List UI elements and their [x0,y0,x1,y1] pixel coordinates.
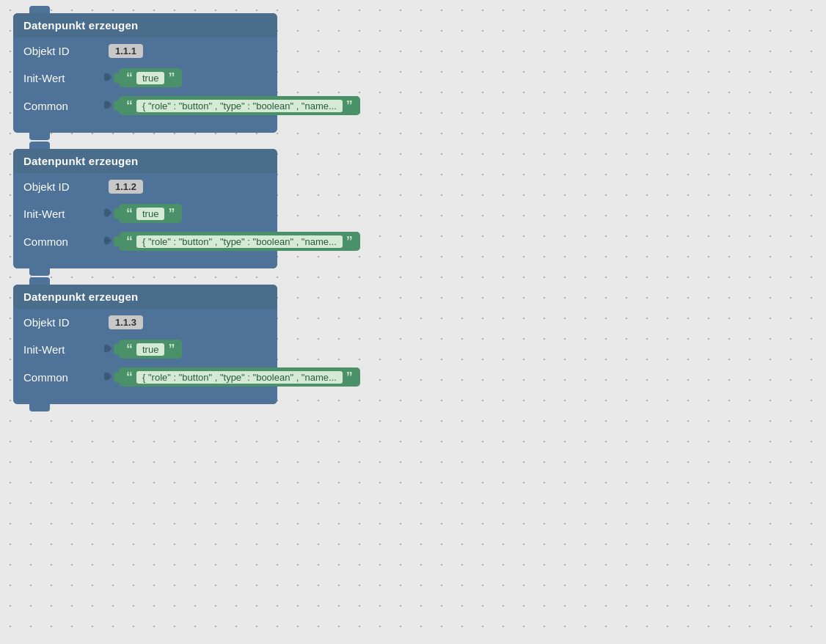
block-header: Datenpunkt erzeugen [13,149,277,173]
common-label: Common [23,235,104,248]
init-wert-row: Init-Wert“true” [13,335,277,363]
init-string-block[interactable]: “true” [119,68,182,87]
common-label: Common [23,100,104,112]
close-quote: ” [168,71,175,84]
close-quote: ” [168,207,175,220]
init-wert-label: Init-Wert [23,72,104,84]
close-quote: ” [346,235,353,248]
init-value: true [136,208,164,220]
open-quote: “ [126,235,133,248]
close-quote: ” [346,99,353,112]
block-footer [13,391,277,404]
open-quote: “ [126,370,133,384]
connector-arrow-icon [104,99,113,113]
object-id-row: Objekt ID1.1.2 [13,173,277,200]
init-string-block[interactable]: “true” [119,204,182,223]
object-id-row: Objekt ID1.1.1 [13,37,277,64]
open-quote: “ [126,207,133,220]
open-quote: “ [126,343,133,356]
object-id-label: Objekt ID [23,180,104,193]
common-row: Common“{ "role" : "button" , "type" : "b… [13,92,277,120]
common-value: { "role" : "button" , "type" : "boolean"… [136,371,343,384]
init-wert-row: Init-Wert“true” [13,64,277,92]
common-value: { "role" : "button" , "type" : "boolean"… [136,235,343,248]
init-value: true [136,72,164,84]
close-quote: ” [346,370,353,384]
object-id-badge: 1.1.3 [109,315,143,329]
common-value: { "role" : "button" , "type" : "boolean"… [136,100,343,112]
block-header: Datenpunkt erzeugen [13,13,277,37]
init-string-block[interactable]: “true” [119,340,182,359]
object-id-badge: 1.1.2 [109,180,143,194]
connector-arrow-icon [104,207,113,221]
block-footer [13,255,277,268]
init-value: true [136,343,164,356]
init-wert-row: Init-Wert“true” [13,200,277,227]
connector-arrow-icon [104,71,113,85]
common-string-block[interactable]: “{ "role" : "button" , "type" : "boolean… [119,96,360,115]
init-wert-label: Init-Wert [23,343,104,356]
object-id-label: Objekt ID [23,316,104,329]
open-quote: “ [126,99,133,112]
object-id-row: Objekt ID1.1.3 [13,309,277,335]
init-wert-label: Init-Wert [23,208,104,220]
common-label: Common [23,371,104,384]
block-card-1[interactable]: Datenpunkt erzeugenObjekt ID1.1.1Init-We… [13,13,277,133]
connector-arrow-icon [104,235,113,249]
common-string-block[interactable]: “{ "role" : "button" , "type" : "boolean… [119,232,360,251]
connector-arrow-icon [104,343,113,356]
common-string-block[interactable]: “{ "role" : "button" , "type" : "boolean… [119,367,360,387]
blocks-container: Datenpunkt erzeugenObjekt ID1.1.1Init-We… [13,13,277,404]
block-footer [13,120,277,133]
block-header: Datenpunkt erzeugen [13,285,277,309]
object-id-label: Objekt ID [23,45,104,57]
block-card-2[interactable]: Datenpunkt erzeugenObjekt ID1.1.2Init-We… [13,149,277,268]
block-card-3[interactable]: Datenpunkt erzeugenObjekt ID1.1.3Init-We… [13,285,277,404]
object-id-badge: 1.1.1 [109,44,143,58]
open-quote: “ [126,71,133,84]
connector-arrow-icon [104,370,113,384]
close-quote: ” [168,343,175,356]
common-row: Common“{ "role" : "button" , "type" : "b… [13,363,277,391]
common-row: Common“{ "role" : "button" , "type" : "b… [13,227,277,255]
